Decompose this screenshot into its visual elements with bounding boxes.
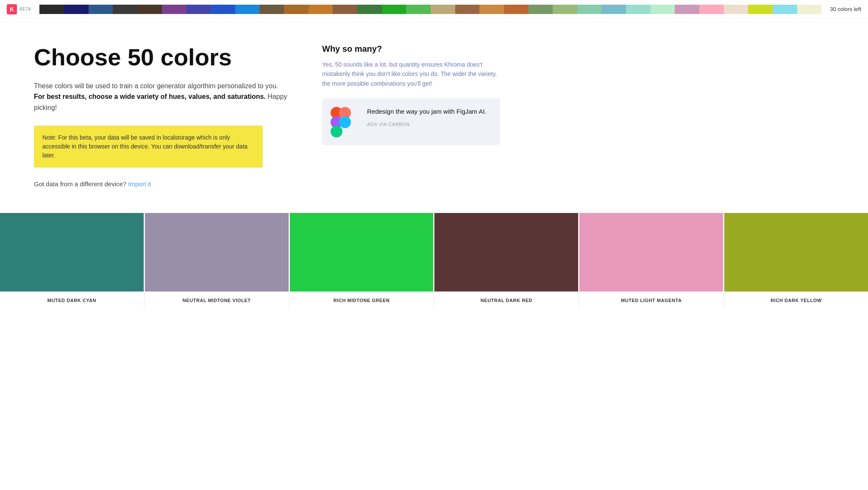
description-bold: For best results, choose a wide variety …: [34, 93, 266, 100]
color-card-swatch: [145, 213, 289, 291]
stripe-segment: [724, 5, 748, 14]
color-card-swatch: [290, 213, 434, 291]
color-card-label: NEUTRAL DARK RED: [434, 291, 578, 309]
color-card-label: RICH MIDTONE GREEN: [290, 291, 434, 309]
logo-icon[interactable]: K: [7, 4, 17, 14]
stripe-segment: [601, 5, 626, 14]
stripe-segment: [748, 5, 773, 14]
stripe-segment: [284, 5, 309, 14]
stripe-segment: [699, 5, 724, 14]
color-stripe: [39, 5, 821, 14]
ad-icon: [331, 107, 360, 137]
color-card-swatch: [579, 213, 723, 291]
note-box: Note: For this beta, your data will be s…: [34, 126, 263, 168]
stripe-segment: [162, 5, 186, 14]
ad-title: Redesign the way you jam with FigJam AI.: [367, 107, 492, 116]
ad-card[interactable]: Redesign the way you jam with FigJam AI.…: [322, 98, 500, 145]
color-card[interactable]: NEUTRAL MIDTONE VIOLET: [145, 213, 289, 309]
left-section: Choose 50 colors These colors will be us…: [34, 44, 288, 188]
stripe-segment: [675, 5, 699, 14]
color-card[interactable]: NEUTRAL DARK RED: [434, 213, 578, 309]
stripe-segment: [577, 5, 602, 14]
import-link[interactable]: Import it: [128, 180, 151, 188]
color-card-label: NEUTRAL MIDTONE VIOLET: [145, 291, 289, 309]
stripe-segment: [797, 5, 822, 14]
right-section: Why so many? Yes, 50 sounds like a lot, …: [322, 44, 500, 188]
colors-left-counter: 30 colors left: [830, 6, 861, 12]
why-text: Yes, 50 sounds like a lot, but quantity …: [322, 60, 500, 88]
stripe-segment: [333, 5, 357, 14]
ad-text: Redesign the way you jam with FigJam AI.…: [367, 107, 492, 128]
stripe-segment: [382, 5, 406, 14]
stripe-segment: [235, 5, 260, 14]
stripe-segment: [309, 5, 333, 14]
description-plain: These colors will be used to train a col…: [34, 82, 278, 90]
stripe-segment: [259, 5, 284, 14]
color-card-label: MUTED DARK CYAN: [0, 291, 144, 309]
stripe-segment: [64, 5, 89, 14]
stripe-segment: [479, 5, 504, 14]
color-card-swatch: [724, 213, 868, 291]
stripe-segment: [773, 5, 797, 14]
stripe-segment: [455, 5, 480, 14]
why-title: Why so many?: [322, 44, 500, 54]
page-title: Choose 50 colors: [34, 44, 288, 70]
color-card[interactable]: RICH MIDTONE GREEN: [290, 213, 434, 309]
stripe-segment: [357, 5, 382, 14]
stripe-segment: [529, 5, 553, 14]
stripe-segment: [431, 5, 455, 14]
color-card-label: MUTED LIGHT MAGENTA: [579, 291, 723, 309]
top-nav: K BETA 30 colors left: [0, 0, 868, 19]
fig-circle-green: [331, 126, 342, 137]
stripe-segment: [406, 5, 431, 14]
stripe-segment: [651, 5, 675, 14]
stripe-segment: [113, 5, 137, 14]
logo-area: K BETA: [7, 4, 31, 14]
note-text: Note: For this beta, your data will be s…: [42, 134, 248, 159]
color-card[interactable]: RICH DARK YELLOW: [724, 213, 868, 309]
color-card[interactable]: MUTED LIGHT MAGENTA: [579, 213, 723, 309]
stripe-segment: [137, 5, 162, 14]
stripe-segment: [553, 5, 577, 14]
ads-via-label: ADS VIA CARBON: [367, 122, 410, 127]
stripe-segment: [504, 5, 529, 14]
stripe-segment: [39, 5, 64, 14]
color-card[interactable]: MUTED DARK CYAN: [0, 213, 144, 309]
stripe-segment: [626, 5, 651, 14]
stripe-segment: [211, 5, 235, 14]
main-content: Choose 50 colors These colors will be us…: [0, 19, 593, 213]
stripe-segment: [186, 5, 211, 14]
description-text: These colors will be used to train a col…: [34, 81, 288, 113]
color-card-swatch: [434, 213, 578, 291]
import-prefix: Got data from a different device?: [34, 180, 126, 188]
beta-badge: BETA: [19, 7, 31, 11]
color-card-label: RICH DARK YELLOW: [724, 291, 868, 309]
color-cards-section: MUTED DARK CYANNEUTRAL MIDTONE VIOLETRIC…: [0, 213, 868, 309]
fig-circle-blue: [339, 116, 351, 128]
stripe-segment: [89, 5, 113, 14]
import-prompt: Got data from a different device? Import…: [34, 180, 288, 188]
color-card-swatch: [0, 213, 144, 291]
